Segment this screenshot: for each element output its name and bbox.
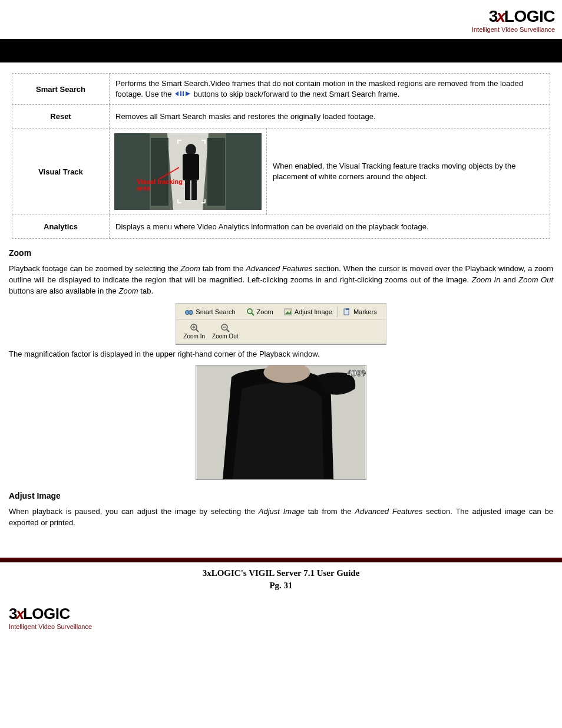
adjust-image-paragraph: When playback is paused, you can adjust … bbox=[9, 506, 553, 529]
svg-rect-11 bbox=[183, 154, 199, 180]
row-label: Smart Search bbox=[12, 74, 110, 104]
brand-logo: 3xLOGIC bbox=[9, 605, 562, 623]
svg-rect-12 bbox=[185, 179, 190, 200]
table-row: Smart Search Performs the Smart Search.V… bbox=[12, 73, 550, 104]
svg-rect-1 bbox=[180, 91, 181, 96]
brand-logo: 3xLOGIC bbox=[0, 7, 555, 26]
magnifier-icon bbox=[246, 308, 254, 316]
row-desc: When enabled, the Visual Tracking featur… bbox=[267, 129, 550, 215]
brand-tagline: Intelligent Video Surveillance bbox=[0, 26, 555, 33]
svg-point-18 bbox=[247, 309, 252, 314]
footer-title: 3xLOGIC's VIGIL Server 7.1 User Guide bbox=[0, 562, 562, 581]
svg-rect-9 bbox=[226, 133, 262, 210]
visual-track-thumbnail: Visual tracking area bbox=[110, 129, 267, 215]
feature-table: Smart Search Performs the Smart Search.V… bbox=[12, 73, 550, 239]
zoom-preview-image: 400% bbox=[196, 365, 366, 480]
tab-adjust-image[interactable]: Adjust Image bbox=[279, 306, 338, 318]
toolbar-tabs: Smart Search Zoom Adjust Image Markers bbox=[176, 304, 385, 320]
adjust-image-heading: Adjust Image bbox=[9, 491, 553, 500]
zoom-heading: Zoom bbox=[9, 248, 553, 258]
zoom-toolbar: Smart Search Zoom Adjust Image Markers bbox=[176, 303, 386, 344]
row-label: Reset bbox=[12, 105, 110, 128]
row-desc: Removes all Smart Search masks and resto… bbox=[110, 105, 550, 128]
zoom-out-icon bbox=[220, 323, 230, 332]
footer-page: Pg. 31 bbox=[0, 581, 562, 593]
tab-markers[interactable]: Markers bbox=[338, 306, 382, 318]
row-desc: Performs the Smart Search.Video frames t… bbox=[110, 74, 550, 104]
row-label: Visual Track bbox=[12, 129, 110, 215]
desc-text: buttons to skip back/forward to the next… bbox=[194, 90, 400, 98]
svg-point-17 bbox=[189, 310, 193, 314]
svg-line-30 bbox=[227, 330, 229, 332]
table-row: Reset Removes all Smart Search masks and… bbox=[12, 104, 550, 128]
svg-point-22 bbox=[289, 309, 290, 311]
skip-back-forward-icon bbox=[174, 90, 191, 100]
svg-line-26 bbox=[196, 330, 199, 332]
table-row: Visual Track bbox=[12, 128, 550, 215]
binoculars-icon bbox=[185, 308, 193, 316]
table-row: Analytics Displays a menu where Video An… bbox=[12, 215, 550, 239]
tab-smart-search[interactable]: Smart Search bbox=[180, 306, 240, 318]
toolbar-buttons: Zoom In Zoom Out bbox=[176, 320, 385, 344]
section-header-bar bbox=[0, 39, 562, 62]
svg-rect-6 bbox=[114, 133, 150, 210]
svg-rect-13 bbox=[191, 179, 197, 200]
tab-zoom[interactable]: Zoom bbox=[241, 306, 279, 318]
svg-marker-3 bbox=[186, 91, 190, 96]
svg-rect-8 bbox=[207, 138, 225, 206]
row-label: Analytics bbox=[12, 215, 110, 238]
zoom-in-icon bbox=[190, 323, 199, 332]
picture-icon bbox=[284, 308, 292, 316]
footer-logo: 3xLOGIC Intelligent Video Surveillance bbox=[0, 593, 562, 636]
svg-rect-24 bbox=[346, 308, 349, 310]
markers-icon bbox=[343, 308, 351, 316]
zoom-in-button[interactable]: Zoom In bbox=[181, 322, 207, 340]
svg-marker-0 bbox=[175, 91, 178, 96]
zoom-paragraph-2: The magnification factor is displayed in… bbox=[9, 349, 553, 360]
svg-line-19 bbox=[252, 313, 254, 315]
brand-tagline: Intelligent Video Surveillance bbox=[9, 623, 562, 630]
zoom-out-button[interactable]: Zoom Out bbox=[210, 322, 240, 340]
svg-rect-7 bbox=[151, 138, 168, 206]
header-logo: 3xLOGIC Intelligent Video Surveillance bbox=[0, 0, 562, 34]
footer-bar bbox=[0, 558, 562, 562]
row-desc: Displays a menu where Video Analytics in… bbox=[110, 215, 550, 238]
svg-text:area: area bbox=[137, 185, 151, 192]
zoom-paragraph-1: Playback footage can be zoomed by select… bbox=[9, 263, 553, 297]
magnification-label: 400% bbox=[347, 368, 366, 378]
svg-rect-2 bbox=[183, 91, 184, 96]
